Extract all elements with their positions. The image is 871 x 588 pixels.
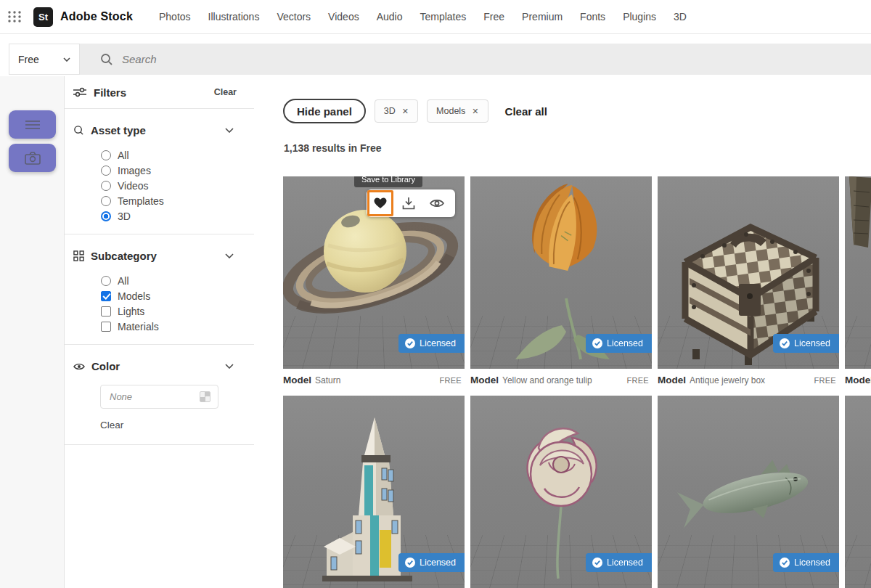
radio-unselected[interactable] (101, 181, 111, 191)
chevron-down-icon[interactable] (225, 364, 234, 369)
card-caption: Model Saturn FREE (283, 369, 465, 396)
thumbnail-fish[interactable]: Licensed (658, 396, 839, 588)
checkbox-unchecked[interactable] (101, 306, 111, 317)
save-to-library-tooltip: Save to Library (354, 176, 422, 187)
nav-item-plugins[interactable]: Plugins (614, 11, 665, 23)
chip-remove-icon[interactable]: ✕ (402, 107, 409, 116)
thumbnail-partial-building[interactable] (845, 176, 871, 369)
filter-chip-3d: 3D ✕ (375, 99, 418, 123)
thumbnail-jewelry-box[interactable]: Licensed (658, 176, 839, 369)
chevron-down-icon[interactable] (225, 128, 234, 133)
color-section: Color None Clear (65, 345, 254, 445)
asset-type-label: Model (845, 375, 871, 385)
filter-chip-models: Models ✕ (427, 99, 488, 123)
color-title: Color (91, 360, 225, 372)
asset-type-options: All Images Videos Templates (101, 147, 254, 224)
asset-type-option-templates[interactable]: Templates (101, 193, 254, 208)
chip-remove-icon[interactable]: ✕ (472, 107, 478, 116)
radio-unselected[interactable] (101, 276, 111, 286)
adobe-stock-logo[interactable]: St (33, 7, 53, 27)
asset-type-label: Model (658, 375, 686, 385)
search-input[interactable] (122, 53, 412, 65)
asset-price: FREE (439, 376, 462, 385)
licensed-badge: Licensed (398, 553, 465, 572)
hide-panel-button[interactable]: Hide panel (283, 99, 366, 123)
card-caption: Model Antique jewelry box FREE (658, 369, 839, 396)
radio-unselected[interactable] (101, 166, 111, 176)
asset-type-option-3d[interactable]: 3D (101, 208, 254, 224)
asset-type-option-all[interactable]: All (101, 147, 254, 163)
color-header[interactable]: Color (65, 359, 254, 374)
nav-item-premium[interactable]: Premium (513, 11, 571, 23)
primary-nav: Photos Illustrations Vectors Videos Audi… (150, 11, 695, 23)
nav-item-templates[interactable]: Templates (411, 11, 475, 23)
radio-unselected[interactable] (101, 150, 111, 160)
top-navigation: St Adobe Stock Photos Illustrations Vect… (0, 0, 871, 34)
asset-type-section: Asset type All Images (65, 109, 254, 234)
download-icon (402, 197, 415, 210)
color-clear-button[interactable]: Clear (100, 420, 123, 430)
color-eye-icon (73, 362, 85, 371)
overlay-filter-button[interactable] (9, 110, 56, 139)
preview-button[interactable] (424, 190, 450, 216)
filters-title: Filters (94, 86, 214, 99)
subcategory-option-lights[interactable]: Lights (101, 303, 254, 319)
clear-all-button[interactable]: Clear all (505, 105, 547, 118)
result-card-tower: Licensed (283, 396, 465, 588)
filters-clear-button[interactable]: Clear (214, 87, 237, 97)
save-to-library-button[interactable] (367, 190, 393, 216)
color-value-field[interactable]: None (100, 385, 218, 409)
radio-selected[interactable] (101, 211, 111, 221)
thumbnail-saturn[interactable]: Save to Library (283, 176, 465, 369)
thumbnail-tower[interactable]: Licensed (283, 396, 465, 588)
brand-title[interactable]: Adobe Stock (60, 10, 133, 23)
subcategory-option-materials[interactable]: Materials (101, 319, 254, 334)
result-card-jewelry-box: Licensed Model Antique jewelry box FREE (658, 176, 839, 396)
result-card-sliver (845, 396, 871, 588)
nav-item-3d[interactable]: 3D (665, 11, 695, 23)
subcategory-option-all[interactable]: All (101, 273, 254, 288)
result-card-fish: Licensed (658, 396, 839, 588)
thumbnail-sliver[interactable] (845, 396, 871, 588)
search-category-select[interactable]: Free (9, 44, 80, 75)
subcategory-header[interactable]: Subcategory (65, 248, 254, 264)
app-launcher-icon[interactable] (7, 9, 23, 25)
asset-type-option-images[interactable]: Images (101, 163, 254, 178)
chevron-down-icon[interactable] (225, 253, 234, 258)
nav-item-free[interactable]: Free (475, 11, 513, 23)
nine-dot-grid-icon (7, 9, 22, 24)
nav-item-vectors[interactable]: Vectors (268, 11, 319, 23)
subcategory-title: Subcategory (91, 250, 225, 262)
asset-type-icon (73, 125, 84, 136)
checkbox-checked[interactable] (101, 291, 111, 301)
thumbnail-rose[interactable]: Licensed (470, 396, 652, 588)
thumbnail-tulip[interactable]: Licensed (470, 176, 652, 369)
overlay-camera-button[interactable] (9, 144, 56, 172)
check-circle-icon (592, 338, 602, 348)
subcategory-section: Subcategory All Models (65, 234, 254, 345)
asset-type-title: Asset type (91, 124, 225, 136)
download-button[interactable] (396, 190, 422, 216)
licensed-badge: Licensed (398, 334, 465, 353)
nav-item-illustrations[interactable]: Illustrations (200, 11, 269, 23)
asset-price: FREE (626, 376, 649, 385)
nav-item-videos[interactable]: Videos (319, 11, 368, 23)
color-swatch-icon[interactable] (200, 391, 210, 402)
asset-type-option-videos[interactable]: Videos (101, 178, 254, 193)
check-circle-icon (780, 338, 790, 348)
grid-row-1: Save to Library (283, 176, 871, 396)
asset-type-header[interactable]: Asset type (65, 123, 254, 138)
result-card-saturn: Save to Library (283, 176, 465, 396)
filters-panel: Filters Clear Asset type (64, 76, 254, 588)
checkbox-unchecked[interactable] (101, 322, 111, 332)
adobe-stock-page: St Adobe Stock Photos Illustrations Vect… (0, 0, 871, 588)
radio-unselected[interactable] (101, 196, 111, 206)
nav-item-fonts[interactable]: Fonts (571, 11, 614, 23)
results-grid: Save to Library (283, 176, 871, 588)
subcategory-option-models[interactable]: Models (101, 288, 254, 303)
chevron-down-icon (63, 57, 70, 62)
nav-item-photos[interactable]: Photos (150, 11, 200, 23)
licensed-badge: Licensed (773, 334, 839, 353)
search-icon (100, 53, 113, 66)
nav-item-audio[interactable]: Audio (368, 11, 412, 23)
